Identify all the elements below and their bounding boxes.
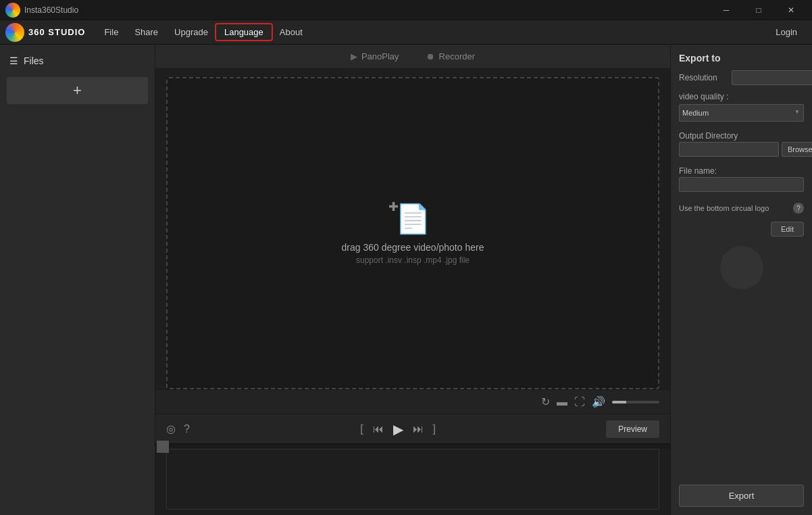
center-controls: [ ⏮ ▶ ⏭ ] bbox=[190, 421, 606, 437]
quality-select[interactable]: Medium Low High bbox=[679, 104, 804, 122]
fullscreen-icon[interactable]: ⛶ bbox=[574, 396, 585, 408]
tab-bar: ▶ PanoPlay ⏺ Recorder bbox=[155, 45, 670, 69]
recorder-icon: ⏺ bbox=[426, 51, 435, 62]
minimize-button[interactable]: ─ bbox=[711, 0, 742, 20]
login-button[interactable]: Login bbox=[766, 24, 807, 40]
sidebar-header: ☰ Files bbox=[7, 51, 148, 70]
edit-button[interactable]: Edit bbox=[771, 222, 804, 237]
gyro-icon[interactable]: ◎ bbox=[166, 422, 176, 435]
logo-help-icon[interactable]: ? bbox=[793, 203, 804, 214]
timeline-marker bbox=[157, 441, 169, 453]
help-icon[interactable]: ? bbox=[184, 423, 190, 435]
output-dir-input[interactable] bbox=[679, 142, 779, 157]
logo-label: Use the bottom circual logo bbox=[679, 204, 789, 212]
menu-about[interactable]: About bbox=[272, 24, 311, 40]
drop-plus-icon: ✚ bbox=[388, 199, 399, 214]
menu-language[interactable]: Language bbox=[216, 24, 272, 40]
output-dir-section: Output Directory Browse bbox=[679, 128, 804, 157]
menubar: 360 STUDIO File Share Upgrade Language A… bbox=[0, 20, 812, 45]
brand-logo-icon bbox=[5, 23, 24, 42]
drop-text-main: drag 360 degree video/photo here bbox=[342, 242, 484, 253]
export-button[interactable]: Export bbox=[679, 485, 804, 507]
volume-slider[interactable] bbox=[612, 401, 659, 403]
video-controls: ↻ ▬ ⛶ 🔊 bbox=[155, 389, 670, 414]
video-quality-label: video quality : bbox=[679, 92, 804, 101]
maximize-button[interactable]: □ bbox=[743, 0, 774, 20]
main-layout: ☰ Files + ▶ PanoPlay ⏺ Recorder ✚ 📄 bbox=[0, 45, 812, 515]
prev-frame-icon[interactable]: ⏮ bbox=[373, 423, 384, 435]
volume-icon[interactable]: 🔊 bbox=[592, 395, 605, 408]
output-dir-label: Output Directory bbox=[679, 131, 804, 141]
resolution-row: Resolution bbox=[679, 70, 804, 85]
play-button[interactable]: ▶ bbox=[393, 421, 403, 437]
drop-icon: ✚ 📄 bbox=[395, 202, 430, 235]
files-label: Files bbox=[24, 55, 44, 66]
filename-label: File name: bbox=[679, 166, 804, 176]
filename-input[interactable] bbox=[679, 177, 804, 192]
right-panel: Export to Resolution video quality : Med… bbox=[670, 45, 812, 515]
brand-text: 360 STUDIO bbox=[28, 27, 85, 37]
app-brand: 360 STUDIO bbox=[5, 23, 85, 42]
rotate-icon[interactable]: ↻ bbox=[541, 395, 550, 408]
quality-select-wrapper: Medium Low High bbox=[679, 101, 804, 122]
mark-out-icon[interactable]: ] bbox=[433, 423, 436, 435]
titlebar-title: Insta360Studio bbox=[24, 5, 78, 15]
menu-file[interactable]: File bbox=[96, 24, 126, 40]
left-controls: ◎ ? bbox=[166, 422, 190, 435]
tab-panoplay[interactable]: ▶ PanoPlay bbox=[344, 49, 406, 64]
menu-upgrade[interactable]: Upgrade bbox=[166, 24, 216, 40]
waveform-area[interactable] bbox=[166, 449, 659, 510]
output-dir-row: Browse bbox=[679, 142, 804, 157]
tab-recorder[interactable]: ⏺ Recorder bbox=[420, 49, 482, 64]
sidebar: ☰ Files + bbox=[0, 45, 155, 515]
files-icon: ☰ bbox=[9, 55, 18, 66]
resolution-label: Resolution bbox=[679, 73, 726, 82]
playback-controls: ◎ ? [ ⏮ ▶ ⏭ ] Preview bbox=[155, 414, 670, 443]
timeline-area[interactable] bbox=[155, 443, 670, 449]
drop-zone[interactable]: ✚ 📄 drag 360 degree video/photo here sup… bbox=[166, 77, 659, 389]
tab-panoplay-label: PanoPlay bbox=[361, 51, 399, 62]
video-area: ✚ 📄 drag 360 degree video/photo here sup… bbox=[155, 69, 670, 515]
logo-section: Use the bottom circual logo ? bbox=[679, 203, 804, 214]
mark-in-icon[interactable]: [ bbox=[360, 423, 363, 435]
content-area: ▶ PanoPlay ⏺ Recorder ✚ 📄 drag 360 degre… bbox=[155, 45, 670, 515]
export-to-label: Export to bbox=[679, 53, 804, 64]
next-frame-icon[interactable]: ⏭ bbox=[413, 423, 424, 435]
app-logo-icon bbox=[5, 3, 20, 18]
browse-button[interactable]: Browse bbox=[782, 142, 812, 157]
drop-text-sub: support .insv .insp .mp4 .jpg file bbox=[356, 255, 470, 265]
close-button[interactable]: ✕ bbox=[776, 0, 807, 20]
logo-preview bbox=[720, 246, 763, 289]
menu-share[interactable]: Share bbox=[126, 24, 166, 40]
resolution-input[interactable] bbox=[732, 70, 812, 85]
tab-recorder-label: Recorder bbox=[439, 51, 475, 62]
quality-section: video quality : Medium Low High bbox=[679, 92, 804, 122]
preview-button[interactable]: Preview bbox=[606, 420, 659, 438]
filename-section: File name: bbox=[679, 164, 804, 192]
panoplay-icon: ▶ bbox=[351, 51, 357, 62]
titlebar-controls: ─ □ ✕ bbox=[711, 0, 807, 20]
add-file-button[interactable]: + bbox=[7, 77, 148, 104]
aspect-ratio-icon[interactable]: ▬ bbox=[557, 396, 567, 408]
titlebar-left: Insta360Studio bbox=[5, 3, 78, 18]
titlebar: Insta360Studio ─ □ ✕ bbox=[0, 0, 812, 20]
